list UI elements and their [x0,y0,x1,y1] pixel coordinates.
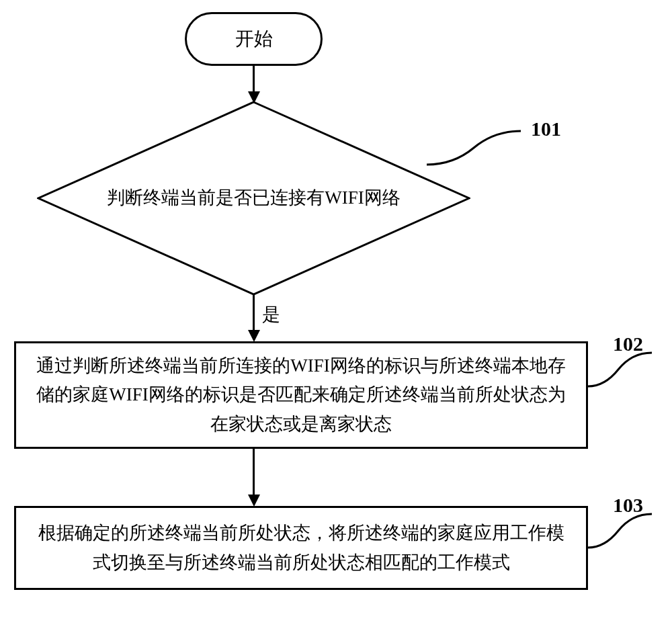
connector-103 [588,511,652,558]
connector-101 [427,128,528,175]
arrow-head-3 [248,495,260,507]
edge-yes-label: 是 [262,302,280,327]
start-label: 开始 [235,26,273,52]
decision-text: 判断终端当前是否已连接有WIFI网络 [81,185,427,211]
connector-102 [588,349,652,396]
label-102: 102 [613,333,643,355]
label-103: 103 [613,494,643,517]
step3-text: 根据确定的所述终端当前所处状态，将所述终端的家庭应用工作模式切换至与所述终端当前… [32,519,570,576]
arrow-head-2 [248,330,260,342]
start-terminator: 开始 [185,12,323,66]
arrow-step2-to-step3 [253,449,255,496]
arrow-start-to-diamond [253,66,255,93]
decision-diamond: 判断终端当前是否已连接有WIFI网络 [37,101,470,296]
arrow-diamond-to-step2 [253,294,255,331]
label-101: 101 [531,118,561,140]
process-step3: 根据确定的所述终端当前所处状态，将所述终端的家庭应用工作模式切换至与所述终端当前… [14,506,588,590]
process-step2: 通过判断所述终端当前所连接的WIFI网络的标识与所述终端本地存储的家庭WIFI网… [14,341,588,449]
step2-text: 通过判断所述终端当前所连接的WIFI网络的标识与所述终端本地存储的家庭WIFI网… [32,351,570,439]
flowchart-container: 开始 判断终端当前是否已连接有WIFI网络 101 是 通过判断所述终端当前所连… [0,0,672,643]
